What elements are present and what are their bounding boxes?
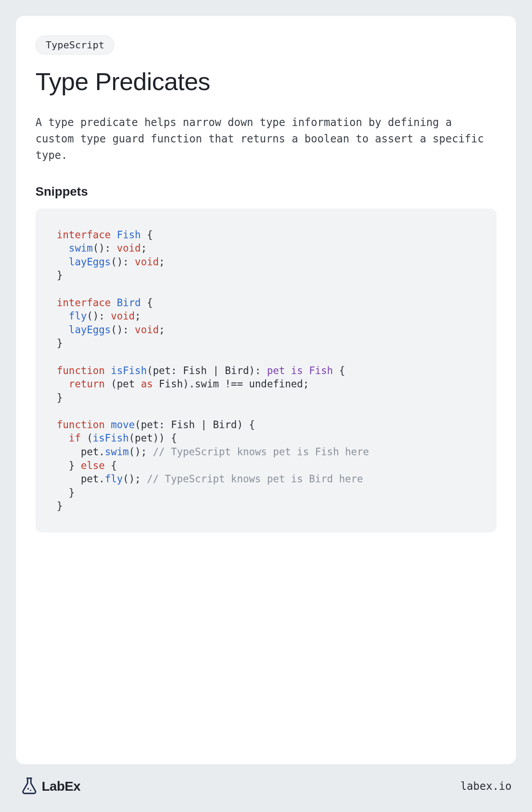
brand-logo: LabEx (20, 777, 81, 796)
site-url: labex.io (460, 780, 512, 792)
language-tag: TypeScript (35, 35, 114, 55)
code-snippet: interface Fish { swim(): void; layEggs()… (35, 209, 497, 532)
snippets-heading: Snippets (35, 185, 497, 199)
brand-name: LabEx (42, 779, 81, 794)
svg-point-1 (30, 790, 31, 791)
svg-point-0 (27, 788, 29, 790)
flask-icon (20, 777, 38, 796)
description-text: A type predicate helps narrow down type … (35, 114, 497, 164)
page-title: Type Predicates (35, 67, 497, 96)
page-footer: LabEx labex.io (16, 764, 516, 796)
content-card: TypeScript Type Predicates A type predic… (16, 16, 516, 764)
